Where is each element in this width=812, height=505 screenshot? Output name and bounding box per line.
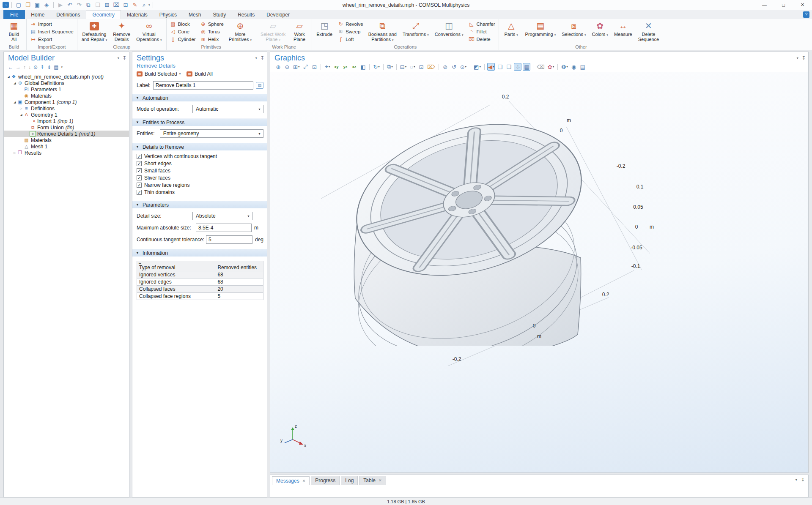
checkbox-icon[interactable]: ✓ (137, 161, 142, 166)
checkbox-small-faces[interactable]: ✓Small faces (137, 167, 263, 174)
sphere-button[interactable]: ⊕Sphere (198, 20, 225, 28)
transforms-button[interactable]: ⤢Transforms ▾ (400, 19, 431, 44)
app-icon[interactable]: ◔ (3, 2, 9, 8)
expand-all-button[interactable]: ⇞ (40, 64, 44, 70)
tab-geometry[interactable]: Geometry (86, 10, 121, 19)
more-primitives-button[interactable]: ⊕MorePrimitives ▾ (226, 19, 254, 44)
fillet-button[interactable]: ◝Fillet (466, 28, 497, 35)
cone-button[interactable]: ◁Cone (168, 28, 198, 35)
tree-node-global-definitions[interactable]: ◢⊕Global Definitions (4, 80, 129, 86)
helix-button[interactable]: ≋Helix (198, 35, 225, 43)
tree-node-geometry-1[interactable]: ◢ΛGeometry 1 (4, 112, 129, 118)
tab-developer[interactable]: Developer (261, 10, 296, 19)
tab-mesh[interactable]: Mesh (183, 10, 207, 19)
show-axes-button[interactable]: ⊹ (514, 63, 521, 71)
new-file-button[interactable]: ▢ (14, 1, 23, 9)
tree-node-form-union[interactable]: ⧉Form Union(fin) (4, 124, 129, 131)
view-hidden-icon[interactable]: ⊙▾ (459, 63, 467, 71)
save-button[interactable]: ▣ (33, 1, 41, 9)
work-plane-button[interactable]: ▱WorkPlane (289, 19, 310, 44)
selections-button[interactable]: ⧈Selections ▾ (559, 19, 588, 44)
tree-node-wheel-rim-remove-details-mph[interactable]: ◢❖wheel_rim_remove_details.mph(root) (4, 74, 129, 80)
table-row[interactable]: Ignored vertices68 (137, 271, 263, 278)
open-button[interactable]: ❐ (24, 1, 32, 9)
label-input[interactable] (153, 81, 253, 90)
virtual-operations-button[interactable]: ∞VirtualOperations ▾ (134, 19, 164, 44)
booleans-and-partitions-button[interactable]: ⧉Booleans andPartitions ▾ (366, 19, 399, 44)
save-as-button[interactable]: ◈ (42, 1, 51, 9)
revolve-button[interactable]: ↻Revolve (336, 20, 365, 28)
tree-node-materials[interactable]: ◉Materials (4, 93, 129, 99)
node-text-button[interactable]: ▤ (54, 64, 58, 70)
draw-button[interactable]: ✎ (131, 1, 139, 9)
checkbox-icon[interactable]: ✓ (137, 183, 142, 188)
print-icon[interactable]: ▤ (579, 63, 587, 71)
section-details-to-remove[interactable]: ▼ Details to Remove (132, 143, 267, 150)
redo-button[interactable]: ↷ (75, 1, 83, 9)
color-palette-icon[interactable]: ✿▾ (547, 63, 555, 71)
entities-select[interactable]: Entire geometry ▼ (160, 129, 263, 138)
move-up-button[interactable]: ↑ (23, 64, 26, 70)
hide-selected-icon[interactable]: ⊘ (442, 63, 449, 71)
chevron-down-icon[interactable]: ▾ (118, 56, 119, 60)
measure-button[interactable]: ↔Measure (612, 19, 635, 44)
section-automation[interactable]: ▼ Automation (132, 94, 267, 101)
toolbar-menu-button[interactable]: ▾ (61, 66, 63, 69)
tab-definitions[interactable]: Definitions (50, 10, 86, 19)
select-entities-icon[interactable]: ⊡ (417, 63, 425, 71)
close-icon[interactable]: ✕ (302, 479, 306, 483)
cylinder-button[interactable]: ▯Cylinder (168, 35, 198, 43)
pin-icon[interactable]: ↧ (261, 55, 264, 61)
tab-results[interactable]: Results (232, 10, 261, 19)
tab-log[interactable]: Log (341, 476, 358, 485)
lasso-select-icon[interactable]: ◌▾ (409, 63, 416, 71)
checkbox-narrow-face-regions[interactable]: ✓Narrow face regions (137, 181, 263, 188)
delete-button[interactable]: ⌧ (112, 1, 121, 9)
chevron-down-icon[interactable]: ▾ (797, 56, 798, 60)
copy-button[interactable]: ⧉ (84, 1, 93, 9)
default-view-button[interactable]: ◀▾ (487, 63, 495, 71)
parts-button[interactable]: △Parts ▾ (501, 19, 522, 44)
graphics-objects-icon[interactable]: ⧉▾ (386, 63, 394, 71)
scene-cube-outline-icon[interactable]: ❒ (505, 63, 513, 71)
defeaturing-and-repair-button[interactable]: ✚Defeaturingand Repair ▾ (79, 19, 110, 44)
zoom-in-icon[interactable]: ⊕ (274, 63, 282, 71)
checkbox-vertices-with-continuous-tangent[interactable]: ✓Vertices with continuous tangent (137, 153, 263, 160)
tree-node-definitions[interactable]: ▷≡Definitions (4, 105, 129, 112)
select-button[interactable]: ⊡ (121, 1, 130, 9)
show-button[interactable]: ⊙ (33, 64, 38, 70)
tree-expander-icon[interactable]: ◢ (13, 82, 17, 85)
insert-sequence-button[interactable]: ▤Insert Sequence (28, 28, 75, 35)
move-down-button[interactable]: ↓ (28, 64, 31, 70)
tree-node-results[interactable]: ▷❒Results (4, 150, 129, 156)
torus-button[interactable]: ◎Torus (198, 28, 225, 35)
tree-expander-icon[interactable]: ◢ (6, 75, 11, 79)
tree-node-remove-details-1[interactable]: ✦Remove Details 1(rmd 1) (4, 131, 129, 137)
pin-icon[interactable]: ↧ (801, 477, 805, 483)
rename-icon[interactable]: ▤ (256, 82, 263, 89)
tab-progress[interactable]: Progress (311, 476, 340, 485)
run-button[interactable]: ▶ (56, 1, 65, 9)
delete-sequence-button[interactable]: ✕DeleteSequence (636, 19, 662, 44)
export-button[interactable]: ↦Export (28, 35, 75, 43)
max-absolute-size-input[interactable] (196, 224, 252, 232)
tab-table[interactable]: Table✕ (359, 476, 386, 485)
scene-light-icon[interactable]: ❂▾ (560, 63, 568, 71)
tree-expander-icon[interactable]: ▷ (19, 107, 23, 110)
delete-button[interactable]: ⌧Delete (466, 35, 497, 43)
tab-physics[interactable]: Physics (154, 10, 183, 19)
tree-expander-icon[interactable]: ◢ (19, 113, 23, 117)
view-yz-icon[interactable]: yz (341, 63, 349, 71)
transparency-icon[interactable]: ◩▾ (473, 63, 482, 71)
go-to-view-icon[interactable]: ⌖▾ (324, 63, 331, 71)
close-button[interactable]: ✕ (793, 0, 812, 10)
mode-of-operation-select[interactable]: Automatic ▼ (192, 105, 263, 113)
extrude-button[interactable]: ◳Extrude (314, 19, 335, 44)
table-row[interactable]: Collapsed face regions5 (137, 293, 263, 300)
scene-cube-icon[interactable]: ❑ (496, 63, 504, 71)
pin-icon[interactable]: ↧ (802, 55, 806, 61)
close-icon[interactable]: ✕ (379, 478, 382, 483)
conversions-button[interactable]: ◫Conversions ▾ (432, 19, 466, 44)
tree-node-materials[interactable]: ▦Materials (4, 137, 129, 143)
detail-size-select[interactable]: Absolute ▼ (192, 212, 252, 220)
